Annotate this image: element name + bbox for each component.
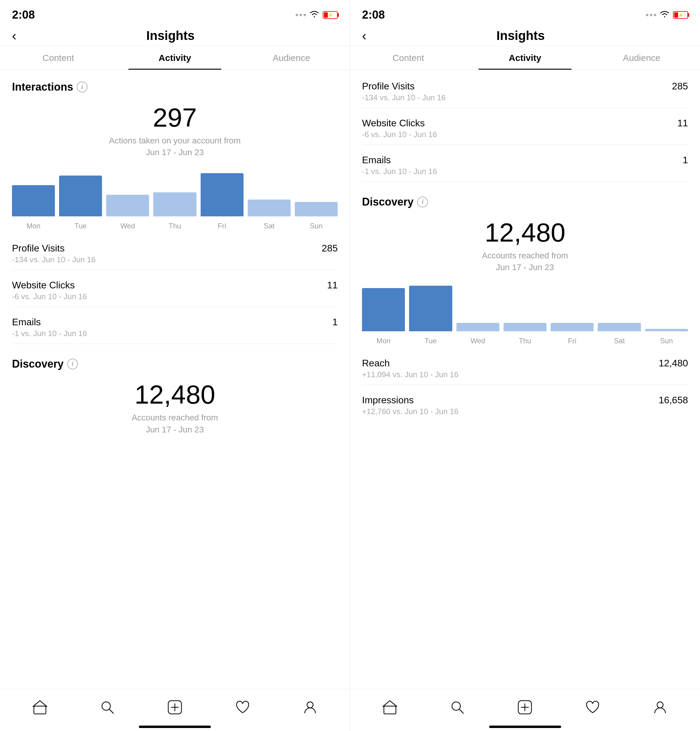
discovery-count-left: 12,480 — [0, 373, 350, 412]
stat-website-clicks-left: Website Clicks 11 -6 vs. Jun 10 - Jun 16 — [0, 273, 350, 304]
tab-audience-right[interactable]: Audience — [583, 46, 700, 70]
discovery-section-left: Discovery i — [0, 347, 350, 373]
nav-profile-right[interactable] — [652, 700, 668, 715]
dot3r — [654, 14, 656, 16]
nav-heart-right[interactable] — [585, 700, 600, 715]
stat-sub-em-right: -1 vs. Jun 10 - Jun 16 — [362, 167, 688, 176]
stat-name-em-right: Emails — [362, 154, 391, 166]
interactions-section: Interactions i — [0, 70, 350, 96]
home-indicator-left — [139, 726, 211, 728]
label-fri: Fri — [201, 222, 243, 230]
discovery-label-left: Accounts reached fromJun 17 - Jun 23 — [0, 412, 350, 442]
bar-labels-right: Mon Tue Wed Thu Fri Sat Sun — [350, 334, 700, 351]
back-button-left[interactable]: ‹ — [12, 29, 16, 42]
heart-icon — [235, 700, 250, 715]
stat-profile-visits-right: Profile Visits 285 -134 vs. Jun 10 - Jun… — [350, 70, 700, 105]
tab-activity-right[interactable]: Activity — [467, 46, 583, 70]
label-tue: Tue — [59, 222, 102, 230]
bar-thu-right — [504, 283, 546, 331]
label-sun-right: Sun — [645, 337, 688, 345]
stat-name-pv-left: Profile Visits — [12, 243, 64, 254]
label-sun: Sun — [295, 222, 338, 230]
tab-audience-left[interactable]: Audience — [233, 46, 350, 70]
tab-activity-left[interactable]: Activity — [117, 46, 233, 70]
nav-add-right[interactable] — [517, 700, 533, 715]
search-icon-right — [450, 700, 465, 715]
bar-tue — [59, 168, 102, 216]
dot2 — [300, 14, 302, 16]
label-mon-right: Mon — [362, 337, 405, 345]
interactions-label: Actions taken on your account fromJun 17… — [0, 135, 350, 165]
right-panel: 2:08 ⚡ ‹ Insights Content Activity Audie… — [350, 0, 700, 731]
nav-add-left[interactable] — [167, 700, 183, 715]
divider-2-left — [12, 307, 338, 307]
nav-bar-left: ‹ Insights — [0, 24, 350, 46]
stat-value-wc-left: 11 — [327, 280, 338, 291]
bar-mon — [12, 168, 55, 216]
time-left: 2:08 — [12, 9, 35, 21]
dot1 — [296, 14, 298, 16]
battery-icon-left: ⚡ — [323, 11, 338, 19]
status-icons-left: ⚡ — [296, 10, 338, 20]
dot3 — [303, 14, 306, 16]
back-button-right[interactable]: ‹ — [362, 29, 366, 42]
tab-content-left[interactable]: Content — [0, 46, 117, 70]
search-icon — [100, 700, 115, 715]
nav-profile-left[interactable] — [302, 700, 318, 715]
discovery-info-icon-left[interactable]: i — [67, 358, 78, 369]
page-title-right: Insights — [372, 28, 669, 43]
stat-sub-reach-right: +11,094 vs. Jun 10 - Jun 16 — [362, 370, 688, 379]
label-thu: Thu — [153, 222, 196, 230]
svg-rect-0 — [34, 706, 46, 714]
divider-3-left — [12, 343, 338, 344]
discovery-title-left: Discovery — [12, 358, 64, 370]
nav-bar-right: ‹ Insights — [350, 24, 700, 46]
svg-point-6 — [307, 702, 313, 708]
interactions-bar-chart — [0, 165, 350, 219]
stat-name-imp-right: Impressions — [362, 395, 414, 406]
discovery-bar-chart-right — [350, 280, 700, 334]
status-bar-right: 2:08 ⚡ — [350, 0, 700, 24]
label-fri-right: Fri — [551, 337, 593, 345]
bar-wed-right — [457, 283, 499, 331]
stat-website-clicks-right: Website Clicks 11 -6 vs. Jun 10 - Jun 16 — [350, 111, 700, 142]
stat-value-em-left: 1 — [332, 317, 338, 328]
interactions-info-icon[interactable]: i — [77, 82, 88, 92]
divider-1-right — [362, 108, 688, 108]
divider-4-right — [362, 385, 688, 385]
nav-home-right[interactable] — [382, 700, 398, 715]
tabs-right: Content Activity Audience — [350, 46, 700, 70]
discovery-count-right: 12,480 — [350, 211, 700, 250]
nav-home-left[interactable] — [32, 700, 48, 715]
bar-sat-right — [598, 283, 641, 331]
bar-labels-left: Mon Tue Wed Thu Fri Sat Sun — [0, 219, 350, 236]
tab-content-right[interactable]: Content — [350, 46, 467, 70]
stat-emails-right: Emails 1 -1 vs. Jun 10 - Jun 16 — [350, 148, 700, 179]
home-icon — [32, 700, 48, 715]
label-wed: Wed — [106, 222, 149, 230]
stat-sub-em-left: -1 vs. Jun 10 - Jun 16 — [12, 329, 338, 338]
svg-line-9 — [459, 709, 463, 713]
bar-fri-right — [551, 283, 593, 331]
nav-search-right[interactable] — [450, 700, 465, 715]
battery-icon-right: ⚡ — [673, 11, 688, 19]
stat-value-pv-right: 285 — [672, 81, 688, 92]
divider-3-right — [362, 182, 688, 182]
stat-name-pv-right: Profile Visits — [362, 81, 414, 92]
add-icon-right — [517, 700, 533, 715]
nav-heart-left[interactable] — [235, 700, 250, 715]
stat-sub-pv-right: -134 vs. Jun 10 - Jun 16 — [362, 93, 688, 102]
discovery-info-icon-right[interactable]: i — [417, 197, 428, 207]
home-indicator-right — [489, 726, 561, 728]
time-right: 2:08 — [362, 9, 385, 21]
label-thu-right: Thu — [504, 337, 546, 345]
dot1r — [646, 14, 649, 16]
divider-1-left — [12, 270, 338, 270]
status-icons-right: ⚡ — [646, 10, 688, 20]
content-left: Interactions i 297 Actions taken on your… — [0, 70, 350, 731]
content-right: Profile Visits 285 -134 vs. Jun 10 - Jun… — [350, 70, 700, 731]
nav-search-left[interactable] — [100, 700, 115, 715]
svg-rect-7 — [384, 706, 396, 714]
stat-sub-wc-left: -6 vs. Jun 10 - Jun 16 — [12, 292, 338, 301]
tabs-left: Content Activity Audience — [0, 46, 350, 70]
